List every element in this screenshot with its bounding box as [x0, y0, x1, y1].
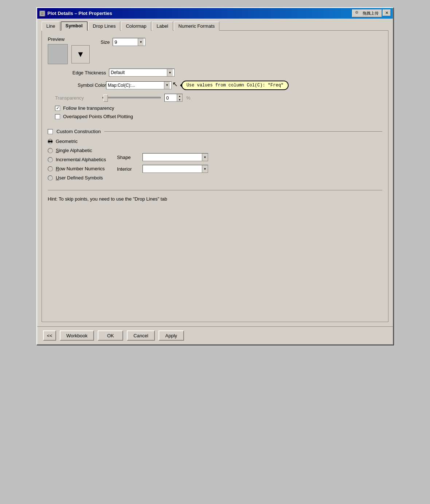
radio-geometric-btn[interactable]: [48, 139, 53, 144]
transparency-spinbox[interactable]: 0 ▲ ▼: [164, 94, 183, 102]
radio-geometric-label: Geometric: [56, 139, 78, 144]
radio-geometric: Geometric: [48, 139, 106, 144]
radio-options: Geometric Single Alphabetic Incremental …: [48, 139, 106, 181]
title-bar: Plot Details – Plot Properties 拖拽上传 ✕: [37, 8, 393, 19]
interior-arrow-icon: ▼: [202, 165, 208, 172]
size-section: Size 9 ▼: [101, 38, 145, 46]
spin-up-icon[interactable]: ▲: [177, 94, 182, 98]
close-button[interactable]: ✕: [383, 9, 391, 16]
edge-thickness-arrow-icon: ▼: [167, 69, 173, 76]
size-label: Size: [101, 39, 110, 45]
transparency-value: 0: [165, 95, 177, 101]
shape-interior-section: Shape ▼ Interior: [117, 153, 208, 185]
apply-button[interactable]: Apply: [159, 330, 184, 341]
radio-row-number-label: Row Number Numerics: [56, 166, 105, 171]
shape-arrow-icon: ▼: [202, 154, 208, 161]
radio-row-number: Row Number Numerics: [48, 166, 106, 171]
shape-select[interactable]: ▼: [142, 153, 208, 161]
preview-section: Preview ▼: [48, 36, 90, 64]
tab-colormap[interactable]: Colormap: [121, 22, 151, 31]
follow-line-checkbox[interactable]: ✓: [55, 106, 60, 111]
transparency-label: Transparency: [55, 95, 99, 101]
size-arrow-icon: ▼: [138, 38, 144, 46]
tab-line[interactable]: Line: [42, 22, 60, 31]
title-buttons: 拖拽上传 ✕: [352, 9, 391, 17]
bottom-bar: << Workbook OK Cancel Apply: [37, 326, 393, 344]
window-title: Plot Details – Plot Properties: [47, 11, 112, 16]
radio-incremental-alphabetics-btn[interactable]: [48, 157, 53, 162]
spin-arrows: ▲ ▼: [177, 94, 182, 101]
edge-thickness-label: Edge Thickness: [48, 70, 106, 75]
hint-text: Hint: To skip points, you need to use th…: [48, 196, 382, 202]
symbol-preview-box: ▼: [71, 45, 90, 63]
edge-thickness-select[interactable]: Default ▼: [109, 69, 175, 77]
overlapped-label: Overlapped Points Offset Plotting: [63, 114, 133, 119]
tab-drop-lines[interactable]: Drop Lines: [88, 22, 121, 31]
symbol-color-label: Symbol Color: [48, 82, 106, 88]
tab-panel-symbol: Preview ▼ Size 9 ▼ Edge Thickness: [42, 30, 388, 322]
transparency-slider[interactable]: [102, 97, 161, 98]
radio-user-defined: User Defined Symbols: [48, 175, 106, 181]
preview-label: Preview: [48, 36, 90, 42]
symbol-color-row: Symbol Color Map:Col(C):... ▼ ↖ Use valu…: [48, 80, 382, 90]
symbol-color-value: Map:Col(C):...: [108, 83, 164, 88]
ok-button[interactable]: OK: [98, 330, 123, 341]
custom-construction-checkbox[interactable]: [48, 129, 53, 134]
preview-color-box: [48, 44, 68, 64]
radio-row-number-btn[interactable]: [48, 166, 53, 171]
radio-incremental-alphabetics-label: Incremental Alphabetics: [56, 157, 106, 162]
radio-single-alphabetic-btn[interactable]: [48, 148, 53, 153]
symbol-color-arrow-icon: ▼: [164, 82, 170, 89]
tab-numeric-formats[interactable]: Numeric Formats: [174, 22, 220, 31]
percent-label: %: [186, 95, 191, 101]
overlapped-row: Overlapped Points Offset Plotting: [55, 114, 382, 119]
custom-construction-label: Custom Construction: [56, 129, 101, 134]
symbol-color-select[interactable]: Map:Col(C):... ▼: [106, 81, 172, 89]
title-bar-left: Plot Details – Plot Properties: [39, 11, 112, 16]
window-icon: [39, 11, 45, 16]
follow-line-label: Follow line transparency: [63, 105, 114, 111]
slider-thumb-icon[interactable]: [103, 94, 108, 102]
interior-select[interactable]: ▼: [142, 165, 208, 173]
cancel-button[interactable]: Cancel: [127, 330, 155, 341]
size-select[interactable]: 9 ▼: [113, 38, 145, 46]
radio-user-defined-btn[interactable]: [48, 175, 53, 181]
upload-button[interactable]: 拖拽上传: [352, 9, 382, 17]
overlapped-checkbox[interactable]: [55, 114, 60, 119]
radio-user-defined-label: User Defined Symbols: [56, 175, 103, 181]
upload-label: 拖拽上传: [363, 11, 379, 16]
lower-separator-wrapper: [48, 190, 382, 190]
cursor-icon: ↖: [172, 81, 178, 88]
interior-label: Interior: [117, 166, 139, 172]
size-value: 9: [114, 39, 136, 45]
shape-row: Shape ▼: [117, 153, 208, 161]
radio-single-alphabetic: Single Alphabetic: [48, 148, 106, 153]
edge-thickness-row: Edge Thickness Default ▼: [48, 69, 382, 77]
follow-line-row: ✓ Follow line transparency: [55, 105, 382, 111]
custom-construction-row: Custom Construction: [48, 129, 382, 134]
spin-down-icon[interactable]: ▼: [177, 98, 182, 101]
svg-rect-0: [40, 12, 44, 15]
transparency-section: Transparency 0 ▲ ▼ %: [55, 94, 382, 102]
section-divider: [104, 131, 382, 132]
radio-single-alphabetic-label: Single Alphabetic: [56, 148, 92, 153]
workbook-button[interactable]: Workbook: [60, 330, 94, 341]
tab-label[interactable]: Label: [152, 22, 173, 31]
lower-separator: [48, 190, 382, 190]
radio-and-controls: Geometric Single Alphabetic Incremental …: [48, 139, 382, 185]
shape-label: Shape: [117, 155, 139, 160]
main-window: Plot Details – Plot Properties 拖拽上传 ✕ Li…: [36, 7, 394, 345]
svg-point-3: [356, 12, 357, 13]
interior-row: Interior ▼: [117, 165, 208, 173]
content-area: Line Symbol Drop Lines Colormap Label Nu…: [37, 19, 393, 326]
tooltip-text: Use values from column Col(C): "Freq": [187, 83, 284, 88]
tab-bar: Line Symbol Drop Lines Colormap Label Nu…: [42, 22, 388, 31]
edge-thickness-value: Default: [111, 70, 167, 75]
nav-back-button[interactable]: <<: [43, 330, 56, 341]
tooltip-bubble: Use values from column Col(C): "Freq": [181, 81, 289, 90]
radio-incremental-alphabetics: Incremental Alphabetics: [48, 157, 106, 162]
cursor-area: ↖ Use values from column Col(C): "Freq": [172, 80, 289, 90]
tab-symbol[interactable]: Symbol: [61, 22, 87, 31]
